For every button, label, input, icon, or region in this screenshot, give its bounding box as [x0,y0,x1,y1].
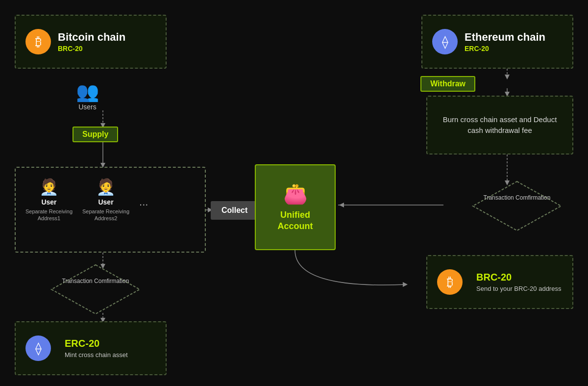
brc20-btc-icon: ₿ [437,269,463,295]
bitcoin-token-label: BRC-20 [58,45,125,52]
user-address-2: Separate ReceivingAddress2 [82,208,129,222]
bitcoin-chain-name: Bitcoin chain [58,31,125,44]
withdraw-badge: Withdraw [420,76,475,92]
erc20-eth-icon: ⟠ [25,335,51,361]
brc20-description: Send to your BRC-20 address [476,285,561,292]
diagram-container: ₿ Bitcoin chain BRC-20 ⟠ Ethereum chain … [0,0,588,386]
unified-account-label: UnifiedAccount [278,209,313,232]
unified-account-box: 👛 UnifiedAccount [255,164,336,250]
ethereum-icon: ⟠ [432,29,458,54]
tx-confirm-left-container: Transaction Comfirmation [49,262,142,316]
users-icon: 👥 [76,82,99,101]
erc20-description: Mint cross chain asset [65,351,128,359]
bitcoin-chain-info: Bitcoin chain BRC-20 [58,31,125,52]
ethereum-chain-box: ⟠ Ethereum chain ERC-20 [421,15,573,69]
brc20-token-label: BRC-20 [476,272,561,283]
erc20-token-label: ERC-20 [65,338,128,349]
bitcoin-icon: ₿ [25,29,51,54]
user-address-1: Separate ReceivingAddress1 [25,208,73,222]
burn-box: Burn cross chain asset and Deduct cash w… [426,96,573,154]
user-name-2: User [98,198,113,206]
ethereum-chain-info: Ethereum chain ERC-20 [465,31,545,52]
user-avatar-2: 🧑‍💼 [96,178,116,196]
ethereum-chain-name: Ethereum chain [465,31,545,44]
user-avatar-1: 🧑‍💼 [39,178,59,196]
ethereum-token-label: ERC-20 [465,45,545,52]
svg-marker-7 [339,203,344,207]
wallet-icon: 👛 [283,182,308,206]
burn-text: Burn cross chain asset and Deduct cash w… [435,114,565,136]
user-name-1: User [41,198,56,206]
dots-label: ... [139,196,148,208]
svg-marker-1 [505,75,510,79]
svg-marker-20 [403,282,408,287]
tx-confirm-left-diamond-svg [49,262,142,316]
erc20-box: ⟠ ERC-20 Mint cross chain asset [15,321,167,375]
users-label: Users [78,103,97,111]
collect-button[interactable]: Collect [211,201,258,220]
tx-confirm-right-container: Transaction Comfirmation [470,179,564,233]
tx-confirm-right-diamond-svg [470,179,564,233]
user-item-2: 🧑‍💼 User Separate ReceivingAddress2 [82,178,129,222]
svg-marker-22 [51,265,140,314]
brc20-info: BRC-20 Send to your BRC-20 address [476,272,561,292]
svg-marker-21 [473,181,561,231]
brc20-box: ₿ BRC-20 Send to your BRC-20 address [426,255,573,309]
users-container: 🧑‍💼 User Separate ReceivingAddress1 🧑‍💼 … [15,167,206,253]
users-section: 👥 Users [76,82,99,111]
supply-badge: Supply [73,127,118,142]
users-row: 🧑‍💼 User Separate ReceivingAddress1 🧑‍💼 … [16,168,205,232]
erc20-info: ERC-20 Mint cross chain asset [65,338,128,359]
bitcoin-chain-box: ₿ Bitcoin chain BRC-20 [15,15,167,69]
user-item-1: 🧑‍💼 User Separate ReceivingAddress1 [25,178,73,222]
